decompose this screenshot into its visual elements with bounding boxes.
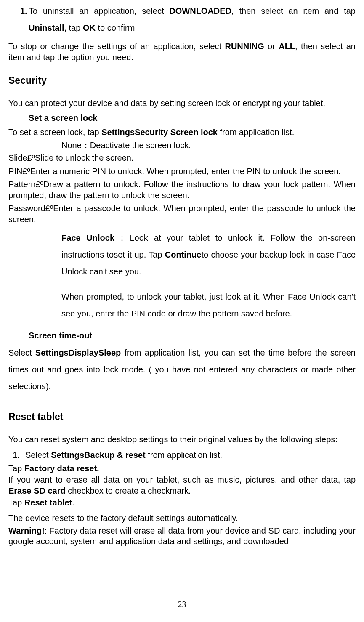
text: checkbox to create a checkmark. [66, 486, 191, 495]
text: . [72, 498, 74, 507]
text: To uninstall an application, select [29, 6, 169, 16]
page-number: 23 [0, 599, 364, 610]
text: from application list. [218, 128, 294, 137]
security-intro: You can protect your device and data by … [8, 98, 356, 109]
auto-reset-line: The device resets to the factory default… [8, 513, 356, 524]
slide-line: Slide£ºSlide to unlock the screen. [8, 153, 356, 164]
stop-change-paragraph: To stop or change the settings of an app… [8, 41, 356, 63]
set-screen-lock-label: Set a screen lock [29, 113, 356, 124]
text: , tap [64, 23, 82, 32]
continue-label: Continue [165, 250, 202, 259]
list-text: Select SettingsBackup & reset from appli… [25, 450, 356, 461]
security-label: Security [135, 128, 168, 137]
erase-sd-card-label: Erase SD card [8, 486, 66, 495]
backup-reset-label: Backup & reset [84, 450, 146, 460]
settings-label: Settings [51, 450, 84, 460]
reset-tablet-label: Reset tablet [24, 498, 72, 507]
running-label: RUNNING [225, 42, 264, 51]
set-screen-lock-sentence: To set a screen lock, tap SettingsSecuri… [8, 127, 356, 138]
reset-step-1: 1. Select SettingsBackup & reset from ap… [8, 450, 356, 461]
password-line: Password£ºEnter a passcode to unlock. Wh… [8, 203, 356, 225]
screen-lock-label: Screen lock [168, 128, 218, 137]
screen-timeout-label: Screen time-out [29, 330, 356, 341]
text: If you want to erase all data on your ta… [8, 475, 356, 484]
text: Select [8, 348, 35, 357]
text: Select [25, 450, 51, 460]
set-screen-lock-bullet: Set a screen lock [8, 113, 356, 124]
none-text: None：Deactivate the screen lock. [61, 140, 356, 151]
text: : Factory data reset will erase all data… [8, 526, 356, 546]
text: Tap [8, 464, 24, 473]
text: , then select an item and tap [231, 6, 356, 16]
list-number: 1. [8, 3, 29, 36]
text: from application list. [146, 450, 222, 460]
list-number: 1. [8, 450, 25, 461]
screen-timeout-paragraph: Select SettingsDisplaySleep from applica… [8, 344, 356, 395]
reset-intro: You can reset system and desktop setting… [8, 434, 356, 445]
bullet-marker [8, 113, 29, 124]
text: ： [114, 233, 130, 242]
display-label: Display [69, 348, 98, 357]
text: or [264, 42, 279, 51]
all-label: ALL [279, 42, 295, 51]
text: to confirm. [96, 23, 137, 32]
text: To set a screen lock, tap [8, 128, 101, 137]
bullet-marker [42, 140, 61, 151]
reset-tablet-heading: Reset tablet [8, 411, 356, 423]
text: To stop or change the settings of an app… [8, 42, 225, 51]
tap-reset-line: Tap Reset tablet. [8, 497, 356, 508]
uninstall-step: 1. To uninstall an application, select D… [8, 3, 356, 36]
spacer [8, 140, 42, 151]
list-text: To uninstall an application, select DOWN… [29, 3, 356, 36]
screen-timeout-bullet: Screen time-out [8, 330, 356, 341]
text: Tap [8, 498, 24, 507]
pin-line: PIN£ºEnter a numeric PIN to unlock. When… [8, 166, 356, 177]
pattern-line: Pattern£ºDraw a pattern to unlock. Follo… [8, 179, 356, 201]
tap-factory-line: Tap Factory data reset. [8, 463, 356, 474]
face-unlock-label: Face Unlock [61, 233, 114, 242]
settings-label: Settings [35, 348, 69, 357]
face-unlock-text: Face Unlock：Look at your tablet to unloc… [61, 229, 356, 280]
warning-paragraph: Warning!: Factory data reset will erase … [8, 526, 356, 547]
bullet-marker [42, 229, 61, 280]
downloaded-label: DOWNLOADED [169, 6, 231, 16]
bullet-marker [8, 330, 29, 341]
factory-data-reset-label: Factory data reset. [24, 464, 99, 473]
face-unlock-paragraph-2: When prompted, to unlock your tablet, ju… [61, 288, 356, 322]
warning-label: Warning! [8, 526, 45, 535]
settings-label: Settings [101, 128, 135, 137]
spacer [8, 229, 42, 280]
erase-sd-line: If you want to erase all data on your ta… [8, 475, 356, 496]
ok-label: OK [83, 23, 96, 32]
face-unlock-bullet: Face Unlock：Look at your tablet to unloc… [8, 229, 356, 280]
uninstall-label: Uninstall [29, 23, 64, 32]
page: 1. To uninstall an application, select D… [0, 0, 364, 622]
security-heading: Security [8, 74, 356, 87]
sleep-label: Sleep [98, 348, 121, 357]
none-bullet: None：Deactivate the screen lock. [8, 140, 356, 151]
